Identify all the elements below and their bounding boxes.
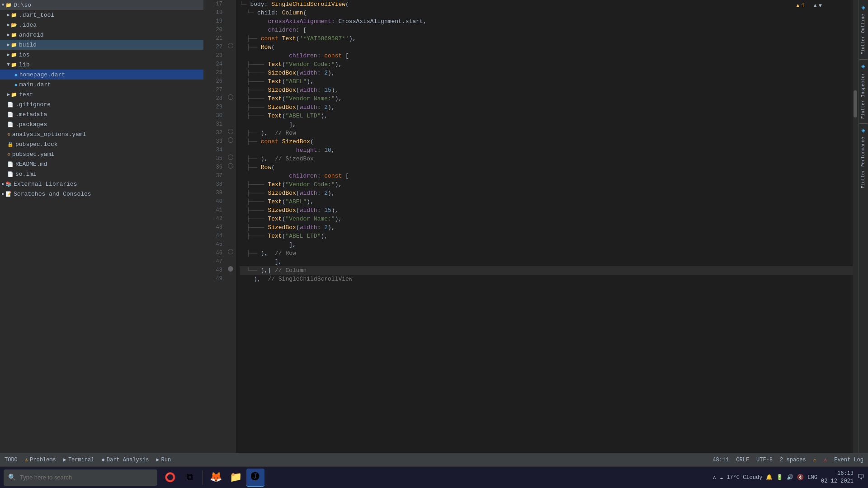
code-line-47: ], [240,258,853,266]
folder-icon: 📁 [11,92,17,98]
taskbar-intellij[interactable]: 🅙 [246,469,264,487]
task-view-icon: ⧉ [187,472,193,483]
sidebar-item-gitignore[interactable]: 📄 .gitignore [0,99,203,109]
flutter-outline-tab[interactable]: Flutter Outline [861,12,866,56]
arrow-icon: ▶ [0,4,6,6]
status-indent[interactable]: 2 spaces [780,457,806,463]
status-run[interactable]: ▶ Run [156,456,171,463]
status-position: 48:11 [712,457,729,463]
folder-icon: 📁 [11,12,17,18]
taskbar-task-view[interactable]: ⧉ [181,469,199,487]
status-warnings[interactable]: ⚠ [813,456,816,463]
sidebar-item-so-iml[interactable]: 📄 so.iml [0,169,203,179]
sidebar-item-android[interactable]: ▶ 📁 android [0,30,203,40]
warning-count: 1 [801,3,804,9]
line-num: 25 [203,69,222,77]
language-indicator[interactable]: ENG [807,474,817,481]
line-num: 20 [203,26,222,34]
status-line-ending[interactable]: CRLF [736,457,749,463]
taskbar-files[interactable]: 📁 [226,469,245,487]
sidebar-item-label: homepage.dart [19,71,65,78]
sidebar-item-build[interactable]: ▶ 📁 build [0,40,203,50]
flutter-inspector-tab[interactable]: Flutter Inspector [861,71,866,121]
sidebar-item-scratches[interactable]: ▶ 📝 Scratches and Consoles [0,189,203,199]
sidebar-item-external-libs[interactable]: ▶ 📚 External Libraries [0,179,203,189]
status-event-log[interactable]: Event Log [834,457,863,463]
line-num: 26 [203,77,222,86]
taskbar: 🔍 ⭕ ⧉ 🦊 📁 🅙 ∧ ☁ 17°C Cloudy 🔔 🔋 🔊 🔇 ENG … [0,466,868,488]
warning-icon: ⚠ [25,456,28,463]
search-input[interactable] [4,469,157,486]
code-line-32: ├── ), // Row [240,129,853,137]
sidebar-item-analysis[interactable]: ⚙ analysis_options.yaml [0,129,203,139]
line-ending-label: CRLF [736,457,749,463]
sidebar-item-pubspec-yaml[interactable]: ⚙ pubspec.yaml [0,149,203,159]
scroll-up-icon[interactable]: ▲ [814,3,817,9]
code-line-29: ├──── SizedBox(width: 2), [240,103,853,112]
status-todo[interactable]: TODO [5,457,18,463]
sidebar-item-label: android [19,32,44,38]
code-line-25: ├──── SizedBox(width: 2), [240,69,853,77]
flutter-inspector-icon[interactable]: ◈ [861,62,865,70]
sidebar-item-root[interactable]: ▶ 📁 D:\so [0,0,203,10]
folder-icon: 📁 [11,52,17,58]
status-encoding[interactable]: UTF-8 [756,457,773,463]
dart-file-icon: ◆ [14,82,18,88]
status-warning-icon: ⚠ [813,456,816,463]
sidebar-item-homepage[interactable]: ◆ homepage.dart [0,70,203,80]
taskbar-cortana[interactable]: ⭕ [161,469,179,487]
cortana-icon: ⭕ [165,472,176,483]
sidebar-item-idea[interactable]: ▶ 📂 .idea [0,20,203,30]
notification-icon[interactable]: 🗨 [857,473,864,482]
status-problems[interactable]: ⚠ Problems [25,456,56,463]
editor-scrollbar[interactable] [853,0,858,453]
divider [859,123,868,124]
warning-triangle-icon: ▲ [796,3,799,9]
line-num: 47 [203,258,222,266]
sidebar-item-label: analysis_options.yaml [12,131,86,138]
code-line-48: └── ),| // Column [240,266,853,275]
line-num: 35 [203,155,222,163]
scroll-down-icon[interactable]: ▼ [819,3,822,9]
scrollbar-thumb[interactable] [854,90,857,117]
sidebar-item-main[interactable]: ◆ main.dart [0,80,203,89]
sidebar-item-metadata[interactable]: 📄 .metadata [0,109,203,119]
sidebar-item-packages[interactable]: 📄 .packages [0,119,203,129]
sidebar-item-readme[interactable]: 📄 README.md [0,159,203,169]
sidebar-item-label: so.iml [15,171,37,178]
tray-chevron-icon[interactable]: ∧ [713,474,716,481]
code-line-44: ├──── Text("ABEL LTD"), [240,232,853,240]
sidebar-item-label: pubspec.yaml [12,151,55,158]
line-num: 41 [203,206,222,215]
line-num: 39 [203,189,222,197]
sidebar-item-label: pubspec.lock [15,141,58,148]
warning-indicator: ▲ 1 ▲ ▼ [796,3,822,9]
status-dart-analysis[interactable]: ◆ Dart Analysis [102,456,149,463]
code-line-42: ├──── Text("Vendor Name:"), [240,215,853,223]
flutter-performance-tab[interactable]: Flutter Performance [861,135,866,190]
sidebar-item-ios[interactable]: ▶ 📁 ios [0,50,203,60]
status-terminal[interactable]: ▶ Terminal [63,456,94,463]
encoding-label: UTF-8 [756,457,773,463]
line-num: 21 [203,34,222,43]
flutter-outline-icon[interactable]: ◈ [861,4,865,11]
code-editor[interactable]: └─ body: SingleChildScrollView( └─ child… [236,0,853,453]
taskbar-firefox[interactable]: 🦊 [207,469,225,487]
line-num: 30 [203,112,222,120]
sidebar-item-label: test [19,91,33,98]
line-num: 31 [203,120,222,129]
status-bar: TODO ⚠ Problems ▶ Terminal ◆ Dart Analys… [0,453,868,466]
sidebar-item-dart-tool[interactable]: ▶ 📁 .dart_tool [0,10,203,20]
line-num: 45 [203,240,222,249]
code-line-22: ├── Row( [240,43,853,52]
status-errors[interactable]: ⚠ [824,456,827,463]
sidebar-item-pubspec-lock[interactable]: 🔒 pubspec.lock [0,139,203,149]
sidebar-item-lib[interactable]: ▶ 📁 lib [0,60,203,70]
gutter-dot [228,163,233,169]
sidebar-item-test[interactable]: ▶ 📁 test [0,89,203,99]
todo-label: TODO [5,457,18,463]
flutter-performance-icon[interactable]: ◈ [861,127,865,134]
folder-icon: 📁 [11,62,17,68]
clock-display: 16:13 02-12-2021 [821,470,854,485]
terminal-label: Terminal [68,457,94,463]
